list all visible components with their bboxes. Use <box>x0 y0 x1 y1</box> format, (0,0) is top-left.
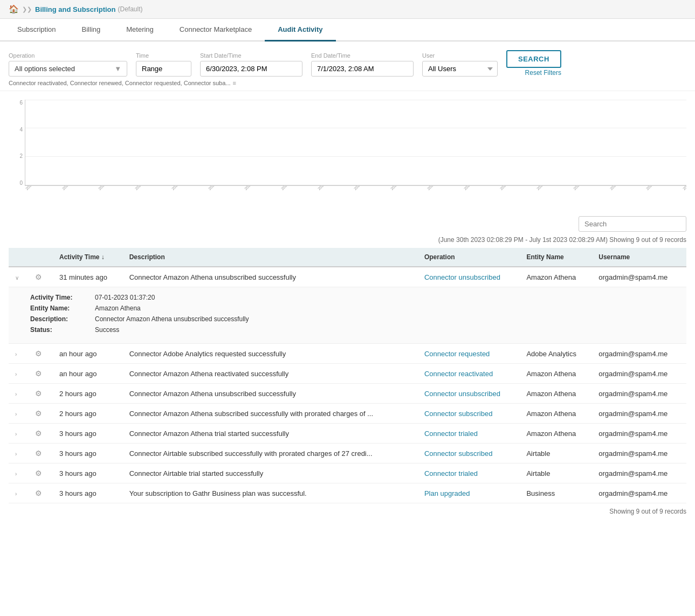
activity-time-cell: 2 hours ago <box>53 384 123 404</box>
entity-name-cell: Amazon Athena <box>520 364 592 384</box>
col-operation: Operation <box>418 248 520 267</box>
y-label-2: 2 <box>9 153 25 159</box>
gear-icon: ⚙ <box>35 389 42 398</box>
tab-billing[interactable]: Billing <box>69 19 114 41</box>
table-section: (June 30th 2023 02:08:29 PM - July 1st 2… <box>0 210 695 526</box>
breadcrumb-title[interactable]: Billing and Subscription <box>35 5 116 13</box>
operation-link[interactable]: Connector requested <box>424 350 490 358</box>
description-cell: Connector Adobe Analytics requested succ… <box>123 344 418 364</box>
operation-link[interactable]: Connector subscribed <box>424 410 492 418</box>
expand-cell[interactable]: › <box>9 364 29 384</box>
detail-value-status: Success <box>95 326 119 334</box>
operation-link[interactable]: Connector trialed <box>424 469 478 477</box>
time-select[interactable]: Range Last 24 Hours Last 7 Days Last 30 … <box>136 61 191 77</box>
activity-time-cell: 31 minutes ago <box>53 267 123 287</box>
icon-cell: ⚙ <box>29 424 53 444</box>
operation-link[interactable]: Connector unsubscribed <box>424 273 500 281</box>
expand-button[interactable]: › <box>15 351 17 357</box>
col-description: Description <box>123 248 418 267</box>
expand-cell[interactable]: › <box>9 384 29 404</box>
tab-metering[interactable]: Metering <box>113 19 167 41</box>
expanded-detail-row: Activity Time: 07-01-2023 01:37:20 Entit… <box>9 287 686 344</box>
gear-icon: ⚙ <box>35 349 42 358</box>
description-cell: Connector Amazon Athena reactivated succ… <box>123 364 418 384</box>
table-info: (June 30th 2023 02:08:29 PM - July 1st 2… <box>9 236 686 244</box>
expand-cell[interactable]: › <box>9 463 29 483</box>
entity-name-cell: Adobe Analytics <box>520 344 592 364</box>
detail-value-description: Connector Amazon Athena unsubscribed suc… <box>95 315 249 323</box>
description-cell: Connector Airtable trial started success… <box>123 463 418 483</box>
entity-name-cell: Amazon Athena <box>520 424 592 444</box>
expand-button[interactable]: › <box>15 431 17 437</box>
operation-link[interactable]: Connector reactivated <box>424 370 493 378</box>
reset-filters-link[interactable]: Reset Filters <box>506 69 561 77</box>
expand-button[interactable]: › <box>15 371 17 377</box>
operation-link[interactable]: Connector subscribed <box>424 449 492 458</box>
expand-button[interactable]: ∨ <box>15 275 19 281</box>
expand-button[interactable]: › <box>15 411 17 417</box>
operation-label: Operation <box>9 52 127 59</box>
tab-subscription[interactable]: Subscription <box>4 19 69 41</box>
description-cell: Connector Amazon Athena unsubscribed suc… <box>123 267 418 287</box>
gear-icon: ⚙ <box>35 469 42 477</box>
detail-label-activity-time: Activity Time: <box>30 294 95 301</box>
col-expand <box>9 248 29 267</box>
list-icon[interactable]: ≡ <box>233 80 236 86</box>
detail-value-entity-name: Amazon Athena <box>95 304 141 312</box>
expand-button[interactable]: › <box>15 471 17 477</box>
tab-audit-activity[interactable]: Audit Activity <box>265 19 335 41</box>
user-label: User <box>422 52 498 59</box>
home-icon[interactable]: 🏠 <box>9 4 19 14</box>
detail-label-status: Status: <box>30 326 95 334</box>
detail-label-entity-name: Entity Name: <box>30 304 95 312</box>
filter-tags: Connector reactivated, Connector renewed… <box>9 80 686 86</box>
operation-link[interactable]: Connector unsubscribed <box>424 390 500 398</box>
expand-cell[interactable]: › <box>9 444 29 463</box>
operation-link[interactable]: Connector trialed <box>424 430 478 438</box>
expand-cell[interactable]: › <box>9 483 29 503</box>
col-username: Username <box>592 248 686 267</box>
expand-cell[interactable]: › <box>9 344 29 364</box>
operation-cell: Connector trialed <box>418 424 520 444</box>
expand-button[interactable]: › <box>15 451 17 457</box>
icon-cell: ⚙ <box>29 384 53 404</box>
start-date-input[interactable] <box>200 61 302 77</box>
y-label-6: 6 <box>9 100 25 106</box>
detail-label-description: Description: <box>30 315 95 323</box>
detail-status: Status: Success <box>30 326 665 334</box>
operation-select[interactable]: All options selected ▼ <box>9 61 127 77</box>
expand-cell[interactable]: ∨ <box>9 267 29 287</box>
gear-icon: ⚙ <box>35 273 42 281</box>
search-button[interactable]: SEARCH <box>506 50 561 68</box>
operation-filter-group: Operation All options selected ▼ <box>9 52 127 77</box>
description-cell: Connector Amazon Athena subscribed succe… <box>123 404 418 424</box>
operation-cell: Connector reactivated <box>418 364 520 384</box>
entity-name-cell: Airtable <box>520 463 592 483</box>
operation-cell: Connector requested <box>418 344 520 364</box>
col-activity-time[interactable]: Activity Time ↓ <box>53 248 123 267</box>
operation-link[interactable]: Plan upgraded <box>424 489 470 497</box>
expand-button[interactable]: › <box>15 491 17 497</box>
table-row: › ⚙ 3 hours ago Connector Amazon Athena … <box>9 424 686 444</box>
activity-time-cell: an hour ago <box>53 364 123 384</box>
description-cell: Your subscription to Gathr Business plan… <box>123 483 418 503</box>
end-date-input[interactable] <box>311 61 414 77</box>
gear-icon: ⚙ <box>35 409 42 418</box>
username-cell: orgadmin@spam4.me <box>592 344 686 364</box>
table-footer: Showing 9 out of 9 records <box>9 503 686 520</box>
user-select[interactable]: All Users <box>422 61 498 77</box>
entity-name-cell: Amazon Athena <box>520 404 592 424</box>
expand-cell[interactable]: › <box>9 404 29 424</box>
filter-tags-text: Connector reactivated, Connector renewed… <box>9 80 231 86</box>
activity-time-cell: 3 hours ago <box>53 483 123 503</box>
operation-cell: Connector subscribed <box>418 444 520 463</box>
expand-cell[interactable]: › <box>9 424 29 444</box>
chevron-down-icon: ▼ <box>114 65 121 73</box>
gear-icon: ⚙ <box>35 429 42 438</box>
end-date-label: End Date/Time <box>311 52 414 59</box>
icon-cell: ⚙ <box>29 463 53 483</box>
time-filter-group: Time Range Last 24 Hours Last 7 Days Las… <box>136 52 191 77</box>
expand-button[interactable]: › <box>15 391 17 397</box>
tab-connector-marketplace[interactable]: Connector Marketplace <box>167 19 265 41</box>
description-cell: Connector Amazon Athena trial started su… <box>123 424 418 444</box>
